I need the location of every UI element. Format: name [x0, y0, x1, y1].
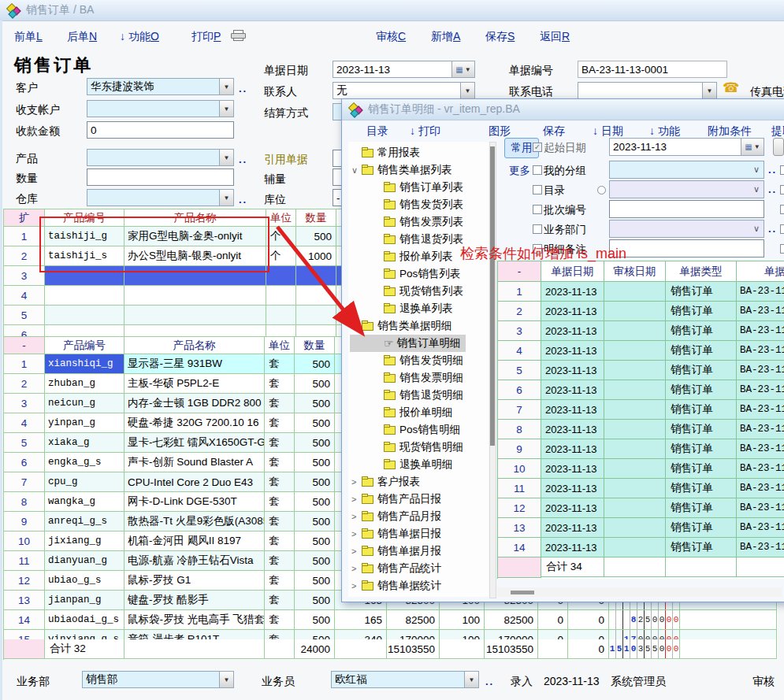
doc-type-cell[interactable]: 销售订单 — [666, 420, 737, 439]
dialog-functions-button[interactable]: ↓功能 — [649, 124, 680, 139]
qty-cell[interactable]: 500 — [295, 571, 335, 591]
unit-cell[interactable]: 套 — [265, 374, 295, 394]
product-code-cell[interactable]: engka_g_s — [45, 453, 124, 472]
toolbar-next-button[interactable]: 后单N — [67, 30, 97, 44]
audit-date-cell[interactable] — [604, 420, 666, 439]
filter-checkbox-cut[interactable] — [780, 205, 784, 214]
price-cell[interactable]: 165 — [335, 610, 387, 630]
filter-radio-catalog[interactable] — [597, 186, 606, 194]
product-name-cell[interactable]: 内存-金士顿 1GB DDR2 800 — [124, 394, 265, 413]
filter-lookup-my-group[interactable]: .. — [768, 164, 777, 176]
tree-item[interactable]: 退换单明细 — [350, 456, 458, 473]
discount-cell[interactable]: 100 — [440, 630, 485, 639]
audit-date-cell[interactable] — [604, 518, 666, 538]
filter-date-extra-button[interactable] — [773, 138, 784, 156]
product-name-cell[interactable]: 声卡-创新 Sound Blaster A — [124, 453, 265, 472]
doc-no-cell[interactable]: BA-23-11-1 — [737, 361, 784, 380]
tree-item[interactable]: ∨销售类单据列表 — [350, 161, 457, 179]
filter-date-combo[interactable]: 2023-11-13▦▼ — [609, 138, 764, 156]
chevron-down-icon[interactable]: ∨ — [749, 224, 764, 234]
doc-no-cell[interactable]: BA-23-11-1 — [737, 302, 784, 321]
table-row[interactable]: 72023-11-13销售订单BA-23-11-1 — [498, 400, 784, 420]
doc-date-cell[interactable]: 2023-11-13 — [541, 321, 604, 341]
product-name-cell[interactable]: CPU-Intel Core 2 Duo E43 — [124, 472, 265, 492]
filter-checkbox-start-date[interactable]: ✓ — [533, 143, 542, 152]
warehouse-lookup-button[interactable]: .. — [239, 194, 247, 206]
product-name-cell[interactable]: 鼠标-罗技 G1 — [124, 571, 265, 591]
doc-no-cell[interactable]: BA-23-11-1 — [737, 439, 784, 459]
dialog-print-button[interactable]: ↓打印 — [410, 124, 440, 139]
tree-scrollbar-thumb[interactable] — [490, 146, 495, 446]
warehouse-combo[interactable]: ▼ — [87, 189, 234, 206]
product-code-cell[interactable]: jixiang_g — [45, 531, 124, 551]
qty-cell[interactable]: 500 — [295, 591, 335, 610]
table-row[interactable]: 112023-11-13销售订单BA-23-11-1 — [498, 479, 784, 498]
doc-type-cell[interactable]: 销售订单 — [666, 518, 737, 538]
doc-date-cell[interactable]: 2023-11-13 — [541, 498, 604, 518]
unit-cell[interactable]: 套 — [265, 571, 295, 591]
printer-icon[interactable] — [231, 30, 247, 42]
toolbar-save-button[interactable]: 保存S — [485, 30, 515, 44]
doc-type-cell[interactable]: 销售订单 — [666, 361, 737, 380]
qty-cell[interactable]: 500 — [295, 531, 335, 551]
dropdown-arrow-icon[interactable]: ▼ — [464, 672, 478, 687]
filter-checkbox-batch-no[interactable] — [533, 205, 542, 214]
qty-cell[interactable]: 500 — [295, 453, 335, 472]
contact-combo[interactable]: 无 ▼ — [333, 82, 475, 99]
customer-lookup-button[interactable]: .. — [239, 83, 247, 94]
filter-combo-catalog[interactable]: ∨ — [609, 180, 764, 198]
tree-item[interactable]: >销售单据日报 — [350, 525, 446, 543]
dept-combo[interactable]: 销售部 ▼ — [82, 671, 234, 688]
chevron-down-icon[interactable]: ∨ — [749, 165, 764, 175]
product-lookup-button[interactable]: .. — [239, 154, 247, 165]
account-combo[interactable]: ▼ — [87, 100, 234, 117]
dropdown-arrow-icon[interactable]: ▼ — [219, 150, 233, 165]
chevron-right-icon[interactable]: > — [351, 512, 362, 521]
doc-no-input[interactable]: BA-23-11-13-0001 — [578, 61, 727, 78]
qty-cell[interactable]: 500 — [295, 551, 335, 571]
filter-combo-my-group[interactable]: ∨ — [609, 161, 764, 179]
table-row[interactable]: 52023-11-13销售订单BA-23-11-1 — [498, 361, 784, 380]
audit-date-cell[interactable] — [604, 459, 666, 479]
filter-checkbox-cut[interactable] — [780, 185, 784, 194]
table-row[interactable]: 62023-11-13销售订单BA-23-11-1 — [498, 380, 784, 400]
product-code-cell[interactable]: neicun_g — [45, 394, 124, 413]
audit-date-cell[interactable] — [604, 439, 666, 459]
table-row[interactable]: 142023-11-13销售订单BA-23-11-1 — [498, 538, 784, 557]
calendar-icon[interactable]: ▦▼ — [451, 61, 474, 77]
doc-type-cell[interactable]: 销售订单 — [666, 302, 737, 321]
toolbar-functions-button[interactable]: ↓功能O — [120, 30, 159, 44]
tree-item[interactable]: 报价单明细 — [350, 404, 458, 421]
filter-checkbox-cut[interactable] — [780, 244, 784, 254]
filter-input-batch-no[interactable] — [609, 200, 764, 218]
tree-item[interactable]: 销售发货列表 — [350, 196, 468, 213]
product-name-cell[interactable]: 鼠标袋-罗技 光电高手 飞猎套 — [124, 610, 265, 630]
doc-date-cell[interactable]: 2023-11-13 — [541, 380, 604, 400]
unit-cell[interactable]: 套 — [265, 591, 295, 610]
audit-date-cell[interactable] — [604, 380, 666, 400]
chevron-right-icon[interactable]: > — [351, 581, 362, 591]
doc-date-cell[interactable]: 2023-11-13 — [541, 538, 604, 557]
product-code-cell[interactable]: ubiao_g_s — [45, 571, 124, 591]
product-code-cell[interactable]: xianshiqi_g — [45, 354, 124, 374]
product-code-cell[interactable]: yinxiang_g_s — [45, 630, 124, 639]
chevron-down-icon[interactable]: ∨ — [351, 165, 362, 176]
audit-date-cell[interactable] — [604, 282, 666, 302]
dialog-titlebar[interactable]: 销售订单明细 - vr_item_rep.BA — [342, 99, 784, 120]
doc-date-cell[interactable]: 2023-11-13 — [541, 420, 604, 439]
net-amount-cell[interactable]: 82500 — [485, 610, 538, 630]
doc-type-cell[interactable]: 销售订单 — [666, 400, 737, 420]
toolbar-audit-button[interactable]: 审核C — [376, 30, 406, 44]
product-name-cell[interactable]: 显卡-七彩虹 镭风X1650GT-G — [124, 433, 265, 453]
qty-cell[interactable]: 500 — [295, 413, 335, 433]
table-row[interactable]: 22023-11-13销售订单BA-23-11-1 — [498, 302, 784, 321]
chevron-right-icon[interactable]: > — [351, 546, 362, 556]
more-filters-link[interactable]: 更多 — [509, 164, 530, 178]
dialog-save-button[interactable]: 保存 — [543, 124, 565, 139]
doc-type-cell[interactable]: 销售订单 — [666, 282, 737, 302]
result-grid-hscrollbar-thumb[interactable] — [511, 591, 534, 594]
toolbar-new-button[interactable]: 新增A — [431, 30, 460, 44]
dropdown-arrow-icon[interactable]: ▼ — [219, 79, 233, 94]
table-row[interactable]: 14ubiaodai_g_s鼠标袋-罗技 光电高手 飞猎套套5001658250… — [4, 610, 778, 630]
filter-combo-business-dept[interactable]: ∨ — [609, 220, 764, 238]
